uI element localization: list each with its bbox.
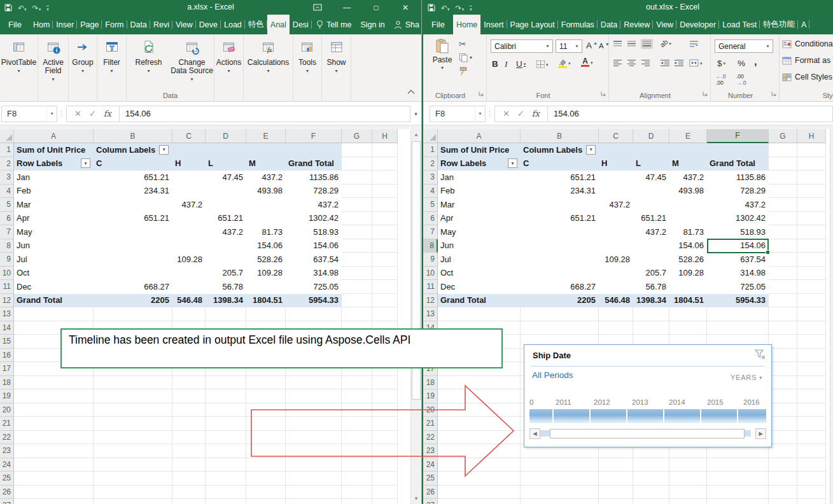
cell-H13[interactable] <box>372 307 398 321</box>
cell-C8[interactable] <box>172 239 206 253</box>
ribbon-tab-3[interactable]: Form <box>102 15 127 34</box>
row-header-9[interactable]: 9 <box>0 253 14 267</box>
cell-F26[interactable] <box>286 486 342 500</box>
minimize-button[interactable]: — <box>332 0 361 15</box>
cell-G1[interactable] <box>769 143 797 157</box>
cell-B2[interactable]: C <box>521 157 599 171</box>
ribbon-tab-10[interactable]: Anal <box>267 15 290 34</box>
filter-dropdown-icon[interactable]: ▾ <box>508 158 517 168</box>
cell-A8[interactable]: Jun <box>14 239 94 253</box>
font-name-combobox[interactable]: Calibri▾ <box>491 39 553 53</box>
cell-E14[interactable] <box>669 321 707 335</box>
cell-H12[interactable] <box>372 294 398 308</box>
cell-C19[interactable] <box>172 389 206 403</box>
cell-H10[interactable] <box>372 267 398 281</box>
cell-E5[interactable] <box>246 198 286 212</box>
cell-D10[interactable]: 205.7 <box>633 267 669 281</box>
row-header-1[interactable]: 1 <box>0 143 14 157</box>
name-box-dropdown-icon[interactable]: ▾ <box>46 106 57 122</box>
row-header-8[interactable]: 8 <box>423 239 438 253</box>
cell-B23[interactable] <box>94 444 172 458</box>
row-header-4[interactable]: 4 <box>423 185 438 199</box>
row-header-11[interactable]: 11 <box>0 280 14 294</box>
cell-A27[interactable] <box>14 499 94 504</box>
cell-E9[interactable]: 528.26 <box>669 253 707 267</box>
enter-icon[interactable]: ✓ <box>89 109 96 118</box>
formula-input[interactable]: 154.06 <box>120 106 410 122</box>
cell-D24[interactable] <box>633 458 669 472</box>
cell-B7[interactable] <box>521 225 599 239</box>
cell-B27[interactable] <box>521 499 599 504</box>
cell-D6[interactable]: 651.21 <box>633 212 669 226</box>
cell-A4[interactable]: Feb <box>14 185 94 199</box>
cell-A12[interactable]: Grand Total <box>14 294 94 308</box>
cell-H14[interactable] <box>797 321 826 335</box>
ribbon-tab-9[interactable]: 特色 <box>245 15 267 34</box>
cell-G27[interactable] <box>342 499 372 504</box>
cell-G2[interactable] <box>769 157 797 171</box>
cell-F12[interactable]: 5954.33 <box>286 294 342 308</box>
name-box-dropdown-icon[interactable]: ▾ <box>475 106 485 122</box>
cell-B9[interactable] <box>94 253 172 267</box>
cell-B2[interactable]: C <box>94 157 172 171</box>
copy-button[interactable]: ▾ <box>459 53 472 62</box>
cell-B20[interactable] <box>94 403 172 417</box>
column-header-D[interactable]: D <box>633 129 669 143</box>
cell-G12[interactable] <box>342 294 372 308</box>
cancel-icon[interactable]: ✕ <box>503 109 510 118</box>
column-header-B[interactable]: B <box>94 129 172 143</box>
cell-D13[interactable] <box>206 307 246 321</box>
cell-G13[interactable] <box>342 307 372 321</box>
cell-F11[interactable]: 725.05 <box>286 280 342 294</box>
row-header-6[interactable]: 6 <box>0 212 14 226</box>
cell-H16[interactable] <box>797 349 826 363</box>
cell-B7[interactable] <box>94 225 172 239</box>
column-header-C[interactable]: C <box>599 129 633 143</box>
timeline-scroll-thumb[interactable] <box>550 429 745 438</box>
cell-B1[interactable]: Column Labels▾ <box>521 143 599 157</box>
cancel-icon[interactable]: ✕ <box>74 109 81 118</box>
cell-G11[interactable] <box>769 280 797 294</box>
ribbon-button-tools[interactable]: Tools▾ <box>293 39 322 101</box>
cell-G14[interactable] <box>769 321 797 335</box>
filter-dropdown-icon[interactable]: ▾ <box>586 145 596 155</box>
row-header-6[interactable]: 6 <box>423 212 438 226</box>
cell-H9[interactable] <box>372 253 398 267</box>
cell-G3[interactable] <box>769 171 797 185</box>
cell-G25[interactable] <box>769 472 797 486</box>
cell-D2[interactable]: L <box>633 157 669 171</box>
column-header-G[interactable]: G <box>342 129 372 143</box>
row-header-7[interactable]: 7 <box>423 225 438 239</box>
cell-C9[interactable]: 109.28 <box>599 253 633 267</box>
cell-G23[interactable] <box>769 444 797 458</box>
cell-H6[interactable] <box>797 212 826 226</box>
cell-C10[interactable] <box>172 267 206 281</box>
cut-button[interactable]: ✂ <box>459 39 472 48</box>
row-header-9[interactable]: 9 <box>423 253 438 267</box>
cell-B1[interactable]: Column Labels▾ <box>94 143 172 157</box>
increase-indent-icon[interactable] <box>674 59 684 67</box>
ribbon-tab-7[interactable]: Deve <box>196 15 221 34</box>
paste-button[interactable]: Paste ▾ <box>428 38 456 71</box>
file-tab[interactable]: File <box>423 15 453 34</box>
cell-B24[interactable] <box>521 458 599 472</box>
cell-E12[interactable]: 1804.51 <box>669 294 707 308</box>
cell-D5[interactable] <box>206 198 246 212</box>
row-header-2[interactable]: 2 <box>423 157 438 171</box>
cell-B8[interactable] <box>94 239 172 253</box>
cell-C24[interactable] <box>172 458 206 472</box>
cell-H4[interactable] <box>372 185 398 199</box>
cell-G21[interactable] <box>769 417 797 431</box>
cell-G19[interactable] <box>769 389 797 403</box>
timeline-segment-2011[interactable] <box>554 409 589 423</box>
cell-H2[interactable] <box>372 157 398 171</box>
orientation-button[interactable]: ab▾ <box>660 39 671 47</box>
cell-E27[interactable] <box>246 499 286 504</box>
cell-E6[interactable] <box>669 212 707 226</box>
cell-D13[interactable] <box>633 307 669 321</box>
cell-G5[interactable] <box>769 198 797 212</box>
ribbon-tab-5[interactable]: Revi <box>150 15 172 34</box>
cell-G9[interactable] <box>769 253 797 267</box>
row-header-16[interactable]: 16 <box>0 349 14 363</box>
cell-G13[interactable] <box>769 307 797 321</box>
